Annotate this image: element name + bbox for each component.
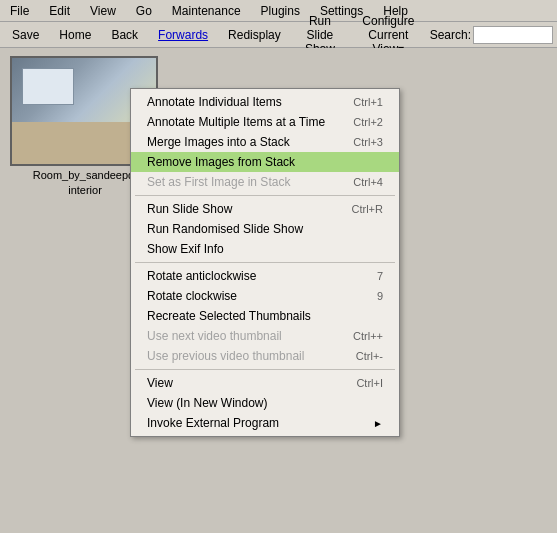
menu-item-shortcut: Ctrl+4 [353, 176, 383, 188]
menu-item-label: Remove Images from Stack [147, 155, 295, 169]
menu-item-shortcut: Ctrl+2 [353, 116, 383, 128]
main-area: Room_by_sandeepd: interior Annotate Indi… [0, 48, 557, 533]
menu-item-label: Invoke External Program [147, 416, 279, 430]
search-input[interactable] [473, 26, 553, 44]
menu-item-shortcut: Ctrl+- [356, 350, 383, 362]
menu-item-label: Run Slide Show [147, 202, 232, 216]
menu-item-label: Use next video thumbnail [147, 329, 282, 343]
menu-merge-images[interactable]: Merge Images into a Stack Ctrl+3 [131, 132, 399, 152]
menu-invoke-external[interactable]: Invoke External Program ► [131, 413, 399, 433]
menu-item-label: Rotate anticlockwise [147, 269, 256, 283]
menu-item-label: Show Exif Info [147, 242, 224, 256]
menu-view-new-window[interactable]: View (In New Window) [131, 393, 399, 413]
menu-separator-3 [135, 369, 395, 370]
menu-show-exif[interactable]: Show Exif Info [131, 239, 399, 259]
menu-file[interactable]: File [4, 2, 35, 20]
menu-view[interactable]: View Ctrl+I [131, 373, 399, 393]
menu-item-label: Annotate Individual Items [147, 95, 282, 109]
menu-item-shortcut: 9 [377, 290, 383, 302]
menu-item-shortcut: Ctrl+R [352, 203, 383, 215]
menu-item-shortcut: 7 [377, 270, 383, 282]
search-label: Search: [430, 28, 471, 42]
menu-go[interactable]: Go [130, 2, 158, 20]
menu-maintenance[interactable]: Maintenance [166, 2, 247, 20]
menu-separator-1 [135, 195, 395, 196]
menu-set-first-image: Set as First Image in Stack Ctrl+4 [131, 172, 399, 192]
context-menu: Annotate Individual Items Ctrl+1 Annotat… [130, 88, 400, 437]
menu-annotate-individual[interactable]: Annotate Individual Items Ctrl+1 [131, 92, 399, 112]
menu-rotate-clock[interactable]: Rotate clockwise 9 [131, 286, 399, 306]
toolbar: Save Home Back Forwards Redisplay Run Sl… [0, 22, 557, 48]
menu-item-shortcut: Ctrl+1 [353, 96, 383, 108]
menu-item-shortcut: Ctrl+I [356, 377, 383, 389]
menu-run-slide-show[interactable]: Run Slide Show Ctrl+R [131, 199, 399, 219]
menu-item-shortcut: Ctrl++ [353, 330, 383, 342]
save-button[interactable]: Save [4, 26, 47, 44]
menu-view[interactable]: View [84, 2, 122, 20]
menu-run-randomised[interactable]: Run Randomised Slide Show [131, 219, 399, 239]
menu-rotate-anti[interactable]: Rotate anticlockwise 7 [131, 266, 399, 286]
menu-item-label: Rotate clockwise [147, 289, 237, 303]
home-button[interactable]: Home [51, 26, 99, 44]
menu-item-label: View [147, 376, 173, 390]
search-area: Search: [430, 26, 553, 44]
submenu-arrow-icon: ► [373, 418, 383, 429]
menubar: File Edit View Go Maintenance Plugins Se… [0, 0, 557, 22]
menu-remove-images[interactable]: Remove Images from Stack [131, 152, 399, 172]
menu-use-next-video: Use next video thumbnail Ctrl++ [131, 326, 399, 346]
menu-item-label: Recreate Selected Thumbnails [147, 309, 311, 323]
back-button[interactable]: Back [103, 26, 146, 44]
menu-use-prev-video: Use previous video thumbnail Ctrl+- [131, 346, 399, 366]
menu-recreate-thumbs[interactable]: Recreate Selected Thumbnails [131, 306, 399, 326]
redisplay-button[interactable]: Redisplay [220, 26, 289, 44]
forwards-button[interactable]: Forwards [150, 26, 216, 44]
menu-separator-2 [135, 262, 395, 263]
menu-item-label: Run Randomised Slide Show [147, 222, 303, 236]
menu-item-label: Annotate Multiple Items at a Time [147, 115, 325, 129]
menu-item-label: Set as First Image in Stack [147, 175, 290, 189]
menu-item-label: Use previous video thumbnail [147, 349, 304, 363]
menu-item-label: View (In New Window) [147, 396, 267, 410]
menu-annotate-multiple[interactable]: Annotate Multiple Items at a Time Ctrl+2 [131, 112, 399, 132]
menu-item-label: Merge Images into a Stack [147, 135, 290, 149]
menu-item-shortcut: Ctrl+3 [353, 136, 383, 148]
menu-edit[interactable]: Edit [43, 2, 76, 20]
